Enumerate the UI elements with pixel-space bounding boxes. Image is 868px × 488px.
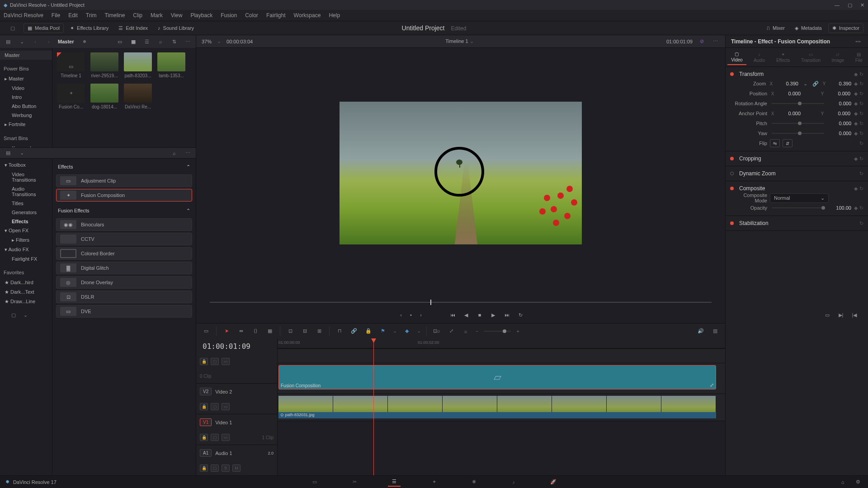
- fx-audiofx[interactable]: ▾ Audio FX: [0, 245, 52, 254]
- opacity-slider[interactable]: [772, 207, 824, 208]
- bin-video[interactable]: Video: [0, 84, 52, 93]
- v3-lock-icon[interactable]: 🔒: [200, 358, 208, 365]
- go-start-icon[interactable]: |◀: [850, 310, 859, 319]
- mark-prev-icon[interactable]: ‹: [397, 311, 405, 319]
- clip-fusion[interactable]: ✦Fusion Co...: [57, 84, 85, 109]
- back-icon[interactable]: ‹: [31, 37, 40, 46]
- menu-color[interactable]: Color: [245, 12, 258, 19]
- blade-tool-icon[interactable]: ▦: [265, 327, 274, 336]
- viewer-more-icon[interactable]: ⋯: [711, 37, 720, 46]
- go-end-icon[interactable]: ▶|: [836, 310, 845, 319]
- v1-lock-icon[interactable]: 🔒: [200, 434, 208, 441]
- viewer[interactable]: [196, 48, 725, 298]
- reset-icon[interactable]: ↻: [859, 141, 863, 146]
- layout-icon[interactable]: ▤: [4, 37, 13, 46]
- fav-3[interactable]: ★ Draw...Line: [0, 297, 52, 306]
- menu-playback[interactable]: Playback: [190, 12, 212, 19]
- fx-digital-glitch[interactable]: ▓Digital Glitch: [56, 262, 192, 274]
- zoom-full-icon[interactable]: ⤢: [447, 327, 456, 336]
- maximize-icon[interactable]: ▢: [848, 2, 852, 8]
- yaw-slider[interactable]: [772, 133, 824, 134]
- menu-mark[interactable]: Mark: [151, 12, 163, 19]
- speaker-icon[interactable]: 🔊: [696, 327, 705, 336]
- trim-tool-icon[interactable]: ⇹: [236, 327, 245, 336]
- fx-fusion-comp[interactable]: ✦Fusion Composition: [56, 189, 192, 202]
- reset-icon[interactable]: ↻: [859, 111, 863, 117]
- anc-y[interactable]: 0.000: [828, 111, 850, 116]
- menu-timeline[interactable]: Timeline: [104, 12, 125, 19]
- fx-drone-overlay[interactable]: ◎Drone Overlay: [56, 276, 192, 289]
- clip-river[interactable]: river-29519...: [90, 52, 118, 78]
- menu-trim[interactable]: Trim: [86, 12, 97, 19]
- stop-icon[interactable]: ■: [476, 311, 483, 319]
- fx-audio-trans[interactable]: Audio Transitions: [0, 184, 52, 199]
- menu-help[interactable]: Help: [329, 12, 340, 19]
- menu-view[interactable]: View: [171, 12, 183, 19]
- a1-id[interactable]: A1: [200, 449, 212, 457]
- fx-search-icon[interactable]: ⌕: [170, 149, 179, 158]
- video-clip[interactable]: ⊙ path-832031.jpg: [278, 396, 716, 418]
- view-grid-icon[interactable]: ▦: [129, 37, 138, 46]
- reset-icon[interactable]: ↻: [859, 71, 863, 77]
- menu-davinci[interactable]: DaVinci Resolve: [4, 12, 43, 19]
- fx-dslr[interactable]: ⊡DSLR: [56, 291, 192, 303]
- cropping-enable-icon[interactable]: [730, 157, 734, 160]
- reset-icon[interactable]: ↻: [859, 186, 863, 192]
- composite-enable-icon[interactable]: [730, 187, 734, 190]
- kf-icon[interactable]: ◆: [854, 111, 858, 117]
- page-edit[interactable]: ☰: [388, 478, 401, 487]
- v2-lock-icon[interactable]: 🔒: [200, 403, 208, 410]
- collapse-icon-2[interactable]: ⌃: [186, 208, 190, 214]
- settings-icon[interactable]: ⚙: [854, 478, 863, 487]
- tab-file[interactable]: ▤File: [852, 50, 866, 65]
- tab-transition[interactable]: ▭Transition: [797, 50, 825, 65]
- v1-disable-icon[interactable]: ▭: [222, 434, 230, 441]
- collapse-icon[interactable]: ⌃: [186, 164, 190, 170]
- dynamic-trim-icon[interactable]: ⟨⟩: [251, 327, 260, 336]
- kf-icon[interactable]: ◆: [854, 131, 858, 136]
- a1-lock-icon[interactable]: 🔒: [200, 465, 208, 472]
- pos-x[interactable]: 0.000: [778, 91, 801, 96]
- timeline-ruler[interactable]: 01:00:00:00 01:00:02:00: [278, 338, 725, 348]
- more-icon[interactable]: ⋯: [183, 37, 192, 46]
- flag-icon[interactable]: ⚑: [378, 327, 387, 336]
- loop-icon[interactable]: ↻: [517, 311, 524, 319]
- snap-icon[interactable]: ⊓: [335, 327, 344, 336]
- monitor-icon[interactable]: ▢: [8, 23, 17, 33]
- insert-icon[interactable]: ⊡: [286, 327, 295, 336]
- menu-file[interactable]: File: [52, 12, 60, 19]
- zoom-pct[interactable]: 37%: [202, 39, 212, 44]
- reset-icon[interactable]: ↻: [859, 221, 863, 226]
- overwrite-icon[interactable]: ⊟: [300, 327, 309, 336]
- comp-mode-select[interactable]: Normal⌄: [770, 193, 829, 203]
- fx-more-icon[interactable]: ⋯: [183, 149, 192, 158]
- mark-next-icon[interactable]: ›: [417, 311, 425, 319]
- kf-icon[interactable]: ◆: [854, 71, 858, 77]
- reset-icon[interactable]: ↻: [859, 205, 863, 211]
- flip-v-button[interactable]: ⇵: [783, 139, 793, 147]
- fx-filters[interactable]: ▸ Filters: [0, 235, 52, 245]
- first-frame-icon[interactable]: ⏮: [449, 311, 456, 319]
- fx-fairlight[interactable]: Fairlight FX: [0, 254, 52, 263]
- arrow-tool-icon[interactable]: ➤: [222, 327, 231, 336]
- v3-auto-icon[interactable]: ▢: [211, 358, 219, 365]
- a1-solo-icon[interactable]: S: [222, 465, 230, 472]
- menu-fairlight[interactable]: Fairlight: [266, 12, 286, 19]
- reset-icon[interactable]: ↻: [859, 121, 863, 127]
- link-xy-icon[interactable]: 🔗: [812, 81, 819, 87]
- pitch-slider[interactable]: [772, 123, 824, 124]
- shape-chevron-icon[interactable]: ⌄: [21, 310, 30, 319]
- tab-image[interactable]: ▱Image: [828, 50, 848, 65]
- minimize-icon[interactable]: —: [835, 2, 840, 8]
- fx-toolbox[interactable]: ▾ Toolbox: [0, 160, 52, 170]
- v2-id[interactable]: V2: [200, 388, 212, 395]
- tab-audio[interactable]: ♪Audio: [750, 50, 769, 65]
- timeline-name[interactable]: Timeline 1: [445, 38, 468, 44]
- flip-h-button[interactable]: ⇋: [770, 139, 780, 147]
- fx-adjustment-clip[interactable]: ▭Adjustment Clip: [56, 174, 192, 187]
- fx-layout-icon[interactable]: ▤: [4, 149, 13, 158]
- tl-search-icon[interactable]: ⊡⌕: [432, 327, 441, 336]
- bin-master-tab[interactable]: Master: [0, 51, 52, 60]
- page-fairlight[interactable]: ♪: [507, 478, 520, 487]
- composite-header[interactable]: Composite: [739, 185, 851, 192]
